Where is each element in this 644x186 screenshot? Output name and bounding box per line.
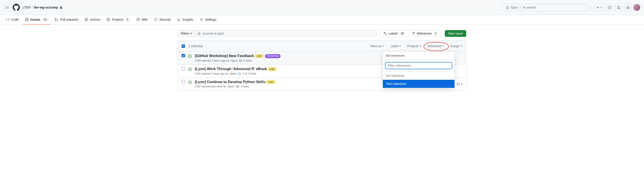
svg-rect-11 bbox=[107, 18, 110, 21]
issue-title-link[interactable]: [GitHub Workshop] New Feedback bbox=[195, 54, 254, 58]
popup-item-test[interactable]: Test milestone bbox=[383, 80, 454, 88]
issue-title-link[interactable]: [Lyon] Work Through 'Advanced R' eBook bbox=[195, 67, 267, 71]
code-icon bbox=[6, 18, 10, 21]
svg-rect-14 bbox=[182, 46, 184, 46]
issue-meta-text: #283 opened 2 days ago by bbox=[195, 72, 228, 75]
comment-count[interactable]: 3 bbox=[457, 83, 462, 86]
assign-dropdown[interactable]: Assign bbox=[450, 44, 462, 48]
play-icon bbox=[84, 18, 88, 21]
issue-author-link[interactable]: njlyon bbox=[228, 85, 234, 88]
select-all-checkbox[interactable] bbox=[182, 44, 185, 48]
comment-icon bbox=[457, 83, 460, 86]
milestones-count: 1 bbox=[433, 32, 438, 35]
mark-as-label: Mark as bbox=[370, 44, 382, 48]
selection-count: 1 selected bbox=[188, 44, 202, 48]
new-issue-button[interactable]: New issue bbox=[445, 30, 466, 37]
user-avatar[interactable] bbox=[633, 4, 640, 11]
svg-point-9 bbox=[57, 20, 58, 21]
tag-icon bbox=[384, 32, 387, 35]
label-pill[interactable]: LNO bbox=[266, 80, 276, 84]
svg-point-13 bbox=[384, 32, 385, 33]
tab-projects[interactable]: Projects 2 bbox=[104, 15, 132, 24]
svg-point-6 bbox=[26, 19, 27, 20]
gear-icon bbox=[200, 18, 203, 21]
popup-item-none[interactable]: No milestone bbox=[383, 72, 454, 80]
tab-security[interactable]: Security bbox=[152, 15, 173, 24]
issue-labels: LNO bbox=[268, 67, 277, 71]
search-input[interactable]: Type / to search bbox=[503, 4, 588, 11]
caret-down-icon bbox=[460, 45, 462, 47]
tab-settings[interactable]: Settings bbox=[198, 15, 219, 24]
issue-labels: LNO bbox=[266, 80, 276, 84]
issue-author-link[interactable]: njlyon bbox=[230, 72, 236, 75]
inbox-button[interactable] bbox=[624, 4, 632, 11]
tab-issues[interactable]: Issues 12 bbox=[23, 15, 50, 24]
breadcrumb-owner[interactable]: LTER bbox=[22, 6, 30, 9]
tab-wiki[interactable]: Wiki bbox=[134, 15, 150, 24]
assign-dd-label: Assign bbox=[450, 44, 460, 48]
svg-point-7 bbox=[55, 18, 56, 19]
tab-code[interactable]: Code bbox=[4, 15, 21, 24]
filters-button[interactable]: Filters bbox=[178, 30, 195, 37]
milestones-button[interactable]: Milestones 1 bbox=[408, 31, 441, 36]
lock-icon bbox=[60, 6, 63, 9]
issue-checkbox[interactable] bbox=[182, 54, 185, 57]
tab-code-label: Code bbox=[11, 18, 19, 21]
tab-insights-label: Insights bbox=[182, 18, 193, 21]
tab-insights[interactable]: Insights bbox=[175, 15, 196, 24]
github-logo[interactable] bbox=[12, 4, 20, 11]
issue-title-link[interactable]: [Lyon] Continue to Develop Python Skills bbox=[195, 80, 266, 84]
projects-dropdown[interactable]: Projects bbox=[407, 44, 421, 48]
divider bbox=[591, 5, 591, 10]
tab-security-label: Security bbox=[159, 18, 171, 21]
graph-icon bbox=[177, 18, 181, 21]
mark-as-dropdown[interactable]: Mark as bbox=[370, 44, 384, 48]
hamburger-menu[interactable] bbox=[4, 4, 11, 11]
milestone-icon bbox=[412, 32, 416, 35]
project-icon bbox=[106, 18, 110, 21]
tab-pulls[interactable]: Pull requests bbox=[52, 15, 80, 24]
caret-down-icon bbox=[442, 45, 444, 47]
labels-button[interactable]: Labels 19 bbox=[380, 31, 408, 36]
label-pill[interactable]: LNO bbox=[268, 67, 277, 71]
open-issue-icon bbox=[188, 81, 192, 88]
svg-point-12 bbox=[201, 19, 202, 20]
create-menu[interactable] bbox=[594, 3, 604, 11]
label-pill[interactable]: LNO bbox=[254, 54, 264, 58]
svg-point-19 bbox=[190, 69, 190, 69]
pulls-shortcut[interactable] bbox=[615, 4, 622, 11]
search-placeholder-post: to search bbox=[523, 6, 536, 9]
repo-nav: Code Issues 12 Pull requests Actions Pro… bbox=[0, 15, 644, 25]
labels-count: 19 bbox=[399, 32, 405, 35]
breadcrumb-sep: / bbox=[32, 6, 33, 9]
pull-icon-2 bbox=[54, 18, 58, 21]
issue-checkbox[interactable] bbox=[182, 67, 185, 70]
issue-dot-icon bbox=[608, 6, 612, 9]
popup-filter-input[interactable] bbox=[385, 62, 452, 69]
tasks-text: 3 tasks bbox=[241, 85, 249, 88]
issue-author-link[interactable]: njlyon bbox=[231, 59, 238, 62]
label-pill[interactable]: Workshop bbox=[265, 54, 281, 58]
breadcrumb-repo[interactable]: lter-wg-scicomp bbox=[34, 6, 58, 9]
issues-shortcut[interactable] bbox=[606, 4, 613, 11]
issue-icon bbox=[25, 18, 28, 21]
tab-actions[interactable]: Actions bbox=[82, 15, 102, 24]
filter-query-wrap[interactable] bbox=[195, 30, 376, 37]
tasks-text: 6 tasks bbox=[244, 59, 252, 62]
label-dd-label: Label bbox=[390, 44, 398, 48]
milestone-dropdown[interactable]: Milestone Set milestone No milestone Tes… bbox=[428, 44, 444, 48]
issue-checkbox[interactable] bbox=[182, 80, 185, 83]
filter-query-input[interactable] bbox=[202, 30, 374, 37]
comment-number: 3 bbox=[461, 83, 462, 86]
issue-meta-text: #284 opened 3 hours ago by bbox=[195, 59, 230, 62]
issues-count: 12 bbox=[42, 18, 48, 21]
milestone-popup: Set milestone No milestone Test mileston… bbox=[382, 51, 455, 88]
shield-icon bbox=[154, 18, 158, 21]
label-dropdown[interactable]: Label bbox=[390, 44, 401, 48]
tab-projects-label: Projects bbox=[112, 18, 124, 21]
projects-count: 2 bbox=[125, 18, 130, 21]
progress-icon bbox=[238, 72, 241, 75]
caret-down-icon bbox=[600, 6, 602, 8]
breadcrumb: LTER / lter-wg-scicomp bbox=[22, 6, 63, 9]
search-placeholder-pre: Type bbox=[510, 6, 517, 9]
